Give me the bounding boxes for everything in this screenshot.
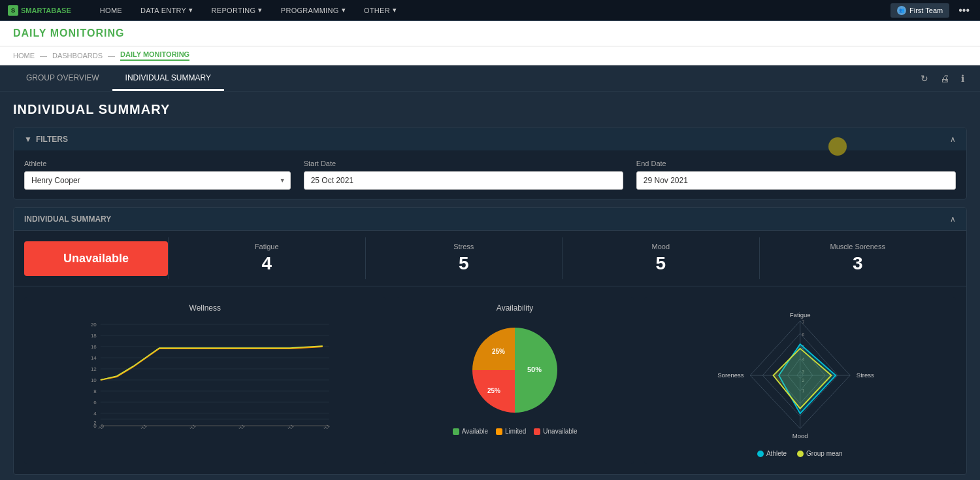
svg-text:6: 6 — [802, 332, 804, 337]
breadcrumb-sep-2: — — [108, 52, 115, 60]
charts-row: Wellness 20 — [14, 286, 966, 474]
summary-panel: INDIVIDUAL SUMMARY ∧ Unavailable Fatigue… — [13, 207, 967, 475]
mood-value: 5 — [655, 253, 666, 274]
filters-panel: ▼ FILTERS ∧ Athlete Henry Cooper Start D… — [13, 128, 967, 199]
unavailable-button[interactable]: Unavailable — [24, 241, 168, 276]
stress-label: Stress — [453, 243, 474, 250]
legend-unavailable: Unavailable — [534, 428, 577, 435]
breadcrumb: HOME — DASHBOARDS — DAILY MONITORING — [0, 46, 980, 65]
availability-chart-title: Availability — [403, 303, 627, 313]
tabs-right: ↻ 🖨 ℹ — [918, 71, 967, 86]
legend-available: Available — [453, 428, 488, 435]
logo-text: SMARTABASE — [21, 7, 71, 14]
filters-header: ▼ FILTERS ∧ — [14, 128, 966, 150]
chevron-down-icon: ▾ — [393, 6, 397, 14]
svg-text:10: 10 — [91, 377, 97, 383]
print-icon[interactable]: 🖨 — [938, 71, 952, 86]
athlete-label: Athlete — [24, 160, 291, 167]
svg-text:Soreness: Soreness — [717, 371, 744, 379]
tab-group-overview[interactable]: GROUP OVERVIEW — [13, 65, 112, 91]
svg-text:20: 20 — [91, 322, 97, 328]
summary-collapse-icon[interactable]: ∧ — [950, 214, 956, 224]
nav-home[interactable]: HOME — [91, 0, 131, 21]
main-content: INDIVIDUAL SUMMARY ▼ FILTERS ∧ Athlete H… — [0, 92, 980, 480]
summary-panel-header: INDIVIDUAL SUMMARY ∧ — [14, 208, 966, 231]
radar-legend: Athlete Group mean — [651, 450, 949, 457]
svg-text:01/11: 01/11 — [136, 423, 147, 429]
more-options-button[interactable]: ••• — [956, 5, 972, 16]
unavailable-dot — [534, 428, 540, 435]
radar-chart-svg: 7 6 5 4 3 2 1 Fatigue Stress Mood Sorene… — [651, 303, 949, 447]
filters-title: ▼ FILTERS — [24, 135, 68, 144]
start-date-filter-group: Start Date — [304, 160, 623, 190]
tab-individual-summary[interactable]: INDIVIDUAL SUMMARY — [112, 65, 224, 91]
section-title: INDIVIDUAL SUMMARY — [13, 102, 967, 117]
athlete-legend-dot — [757, 451, 764, 457]
athlete-select-wrapper: Henry Cooper — [24, 171, 291, 190]
nav-other[interactable]: OTHER ▾ — [355, 0, 406, 21]
availability-pie-area: 50% 25% 25% Available Limited — [403, 318, 627, 435]
athlete-filter-group: Athlete Henry Cooper — [24, 160, 291, 190]
nav-right: 👥 First Team ••• — [890, 3, 972, 18]
available-dot — [453, 428, 459, 435]
muscle-soreness-value: 3 — [853, 253, 863, 274]
start-date-input[interactable] — [304, 171, 623, 190]
svg-text:4: 4 — [93, 411, 97, 417]
wellness-chart-svg: 20 18 16 14 12 10 8 6 4 2 0 — [31, 318, 380, 429]
svg-text:18: 18 — [91, 333, 97, 339]
svg-text:16: 16 — [91, 344, 97, 350]
team-icon: 👥 — [897, 6, 906, 15]
radar-legend-athlete: Athlete — [757, 450, 787, 457]
wellness-chart-container: Wellness 20 — [24, 297, 386, 464]
filter-icon: ▼ — [24, 135, 32, 144]
svg-text:50%: 50% — [527, 366, 542, 373]
end-date-filter-group: End Date — [636, 160, 956, 190]
svg-text:22/11: 22/11 — [283, 423, 294, 429]
muscle-soreness-label: Muscle Soreness — [830, 243, 885, 250]
refresh-icon[interactable]: ↻ — [918, 71, 931, 86]
pie-legend: Available Limited Unavailable — [453, 428, 578, 435]
fatigue-metric: Fatigue 4 — [168, 237, 365, 279]
metrics-row: Unavailable Fatigue 4 Stress 5 Mood 5 Mu… — [14, 231, 966, 286]
stress-metric: Stress 5 — [365, 237, 563, 279]
info-icon[interactable]: ℹ — [958, 71, 967, 86]
radar-chart-container: 7 6 5 4 3 2 1 Fatigue Stress Mood Sorene… — [644, 297, 956, 464]
svg-text:12: 12 — [91, 366, 97, 372]
stress-value: 5 — [459, 253, 469, 274]
svg-text:Fatigue: Fatigue — [789, 311, 810, 318]
chevron-down-icon: ▾ — [258, 6, 262, 14]
tabs-container: GROUP OVERVIEW INDIVIDUAL SUMMARY ↻ 🖨 ℹ — [0, 65, 980, 92]
legend-limited: Limited — [496, 428, 526, 435]
end-date-input[interactable] — [636, 171, 956, 190]
filters-collapse-icon[interactable]: ∧ — [950, 135, 956, 144]
chevron-down-icon: ▾ — [189, 6, 193, 14]
wellness-chart-title: Wellness — [31, 303, 380, 313]
team-button[interactable]: 👥 First Team — [890, 3, 949, 18]
nav-items: HOME DATA ENTRY ▾ REPORTING ▾ PROGRAMMIN… — [91, 0, 890, 21]
page-title: DAILY MONITORING — [13, 27, 967, 39]
fatigue-value: 4 — [261, 253, 272, 274]
radar-legend-group: Group mean — [797, 450, 843, 457]
muscle-soreness-metric: Muscle Soreness 3 — [759, 237, 956, 279]
chevron-down-icon: ▾ — [342, 6, 346, 14]
nav-logo: S SMARTABASE — [8, 5, 71, 16]
availability-pie-svg: 50% 25% 25% — [463, 318, 567, 422]
wellness-chart-area: 20 18 16 14 12 10 8 6 4 2 0 — [31, 318, 380, 429]
limited-dot — [496, 428, 502, 435]
breadcrumb-dashboards[interactable]: DASHBOARDS — [52, 52, 103, 60]
summary-panel-title: INDIVIDUAL SUMMARY — [24, 214, 111, 224]
svg-text:7: 7 — [802, 320, 804, 324]
svg-marker-52 — [773, 349, 831, 409]
nav-data-entry[interactable]: DATA ENTRY ▾ — [131, 0, 203, 21]
svg-text:15/11: 15/11 — [234, 423, 245, 429]
svg-text:Stress: Stress — [856, 371, 874, 379]
logo-icon: S — [8, 5, 18, 16]
nav-programming[interactable]: PROGRAMMING ▾ — [272, 0, 355, 21]
fatigue-label: Fatigue — [255, 243, 279, 250]
radar-chart-area: 7 6 5 4 3 2 1 Fatigue Stress Mood Sorene… — [651, 303, 949, 447]
nav-reporting[interactable]: REPORTING ▾ — [203, 0, 272, 21]
athlete-select[interactable]: Henry Cooper — [24, 171, 291, 190]
start-date-label: Start Date — [304, 160, 623, 167]
breadcrumb-home[interactable]: HOME — [13, 52, 35, 60]
availability-chart-container: Availability 50% 25% 25% — [397, 297, 634, 464]
